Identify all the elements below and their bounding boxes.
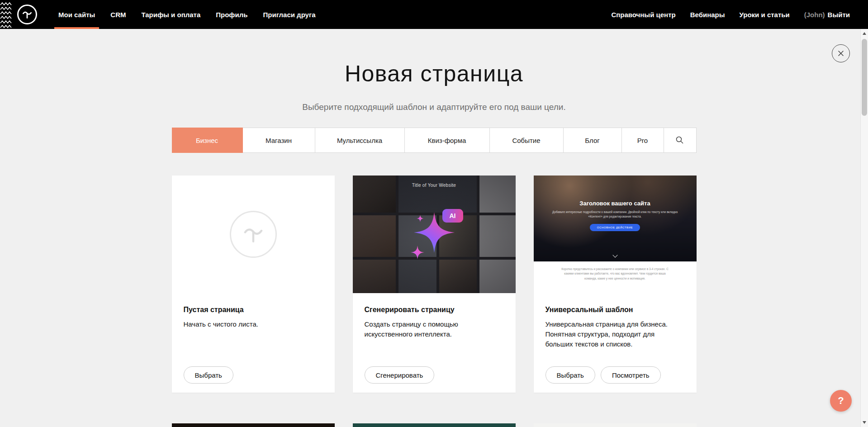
- tab-quiz-form[interactable]: Квиз-форма: [405, 128, 490, 152]
- tilda-watermark-icon: [230, 211, 277, 258]
- template-hero-button: Основное действие: [590, 224, 640, 231]
- help-button[interactable]: ?: [830, 390, 852, 412]
- template-grid: Пустая страница Начать с чистого листа. …: [172, 176, 697, 393]
- scrollbar-thumb[interactable]: [862, 39, 867, 116]
- scrollbar[interactable]: [860, 29, 868, 427]
- next-template-preview: [534, 423, 697, 427]
- template-card-universal: Заголовок вашего сайта Добавьте интересн…: [534, 176, 697, 393]
- tab-shop[interactable]: Магазин: [243, 128, 315, 152]
- ai-card-preview: Title of Your Website: [353, 176, 516, 293]
- close-button[interactable]: [832, 44, 850, 62]
- page-subtitle: Выберите подходящий шаблон и адаптируйте…: [0, 102, 868, 112]
- card-description: Создать страницу с помощью искусственног…: [365, 319, 503, 339]
- next-template-row: [172, 423, 697, 427]
- template-card-blank: Пустая страница Начать с чистого листа. …: [172, 176, 335, 393]
- tab-event[interactable]: Событие: [490, 128, 564, 152]
- main-nav: Мои сайты CRM Тарифы и оплата Профиль Пр…: [51, 0, 323, 29]
- card-title: Пустая страница: [184, 306, 323, 314]
- category-tabs: Бизнес Магазин Мультиссылка Квиз-форма С…: [172, 128, 697, 153]
- search-icon: [675, 136, 684, 145]
- page-title: Новая страница: [0, 61, 868, 87]
- top-header: Мои сайты CRM Тарифы и оплата Профиль Пр…: [0, 0, 868, 29]
- card-title: Универсальный шаблон: [545, 306, 685, 314]
- template-hero-subtitle: Добавьте интересные подробности о вашей …: [547, 210, 683, 219]
- nav-invite-friend[interactable]: Пригласи друга: [255, 0, 323, 29]
- nav-help-center[interactable]: Справочный центр: [611, 11, 675, 19]
- card-description: Начать с чистого листа.: [184, 319, 322, 329]
- nav-crm[interactable]: CRM: [103, 0, 133, 29]
- new-page-dialog: Новая страница Выберите подходящий шабло…: [0, 0, 868, 427]
- template-hero-title: Заголовок вашего сайта: [534, 200, 697, 207]
- logout-link[interactable]: Выйти: [828, 11, 850, 19]
- tab-business[interactable]: Бизнес: [172, 128, 243, 153]
- secondary-nav: Справочный центр Вебинары Уроки и статьи…: [611, 11, 850, 19]
- next-template-preview: [172, 423, 335, 427]
- template-hero: Заголовок вашего сайта Добавьте интересн…: [534, 176, 697, 261]
- chevron-down-icon: [612, 252, 617, 257]
- scrollbar-down-arrow[interactable]: [861, 419, 868, 426]
- nav-tariffs[interactable]: Тарифы и оплата: [133, 0, 208, 29]
- template-body-section: Коротко представьтесь и расскажите о ком…: [534, 261, 697, 293]
- close-icon: [837, 50, 844, 57]
- next-template-preview: [353, 423, 516, 427]
- tab-blog[interactable]: Блог: [564, 128, 622, 152]
- universal-card-preview: Заголовок вашего сайта Добавьте интересн…: [534, 176, 697, 293]
- nav-webinars[interactable]: Вебинары: [690, 11, 725, 19]
- nav-lessons[interactable]: Уроки и статьи: [740, 11, 790, 19]
- user-menu: (John) Выйти: [804, 11, 850, 19]
- preview-universal-button[interactable]: Посмотреть: [601, 366, 661, 384]
- choose-universal-button[interactable]: Выбрать: [545, 366, 595, 384]
- card-title: Сгенерировать страницу: [365, 306, 504, 314]
- ai-sparkle-icon: [353, 176, 516, 293]
- tab-pro[interactable]: Pro: [622, 128, 664, 152]
- nav-profile[interactable]: Профиль: [208, 0, 255, 29]
- card-description: Универсальная страница для бизнеса. Поня…: [545, 319, 683, 349]
- zigzag-pattern-icon: [0, 0, 12, 29]
- template-card-ai: Title of Your Website: [353, 176, 516, 393]
- template-body-text: Коротко представьтесь и расскажите о ком…: [558, 261, 672, 281]
- tab-search[interactable]: [664, 128, 696, 152]
- tab-multilink[interactable]: Мультиссылка: [315, 128, 405, 152]
- nav-my-sites[interactable]: Мои сайты: [51, 0, 103, 29]
- ai-badge: AI: [442, 209, 463, 223]
- blank-card-preview: [172, 176, 335, 293]
- tilda-logo[interactable]: [17, 5, 37, 24]
- user-name: (John): [804, 11, 825, 19]
- scrollbar-up-arrow[interactable]: [861, 30, 868, 37]
- generate-button[interactable]: Сгенерировать: [365, 366, 435, 384]
- choose-blank-button[interactable]: Выбрать: [184, 366, 233, 384]
